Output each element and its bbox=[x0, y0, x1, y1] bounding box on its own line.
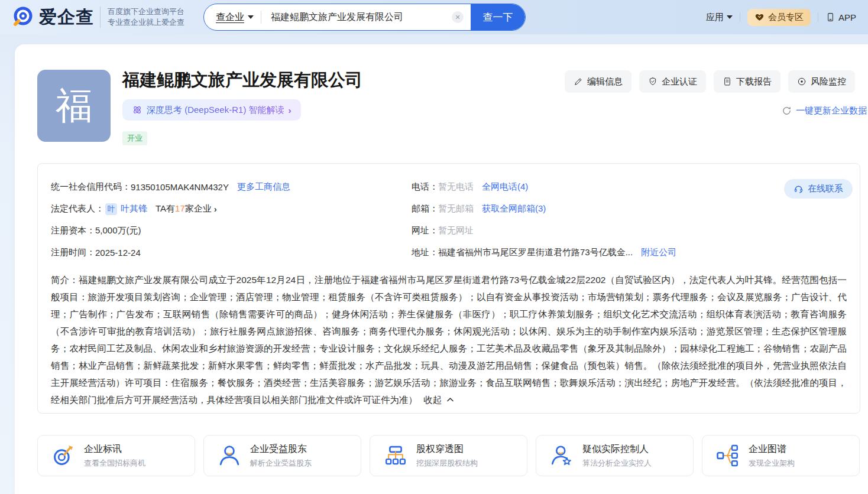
company-cert-button[interactable]: 企业认证 bbox=[639, 70, 706, 93]
ai-interpret-badge[interactable]: 深度思考 (DeepSeek-R1) 智能解读 bbox=[122, 99, 301, 121]
vip-heart-icon bbox=[754, 12, 765, 22]
vip-zone-label: 会员专区 bbox=[768, 12, 804, 23]
phone-row: 电话： 暂无电话 全网电话(4) bbox=[412, 176, 847, 198]
company-intro: 简介：福建鲲鹏文旅产业发展有限公司成立于2025年12月24日，注册地位于福建省… bbox=[51, 271, 847, 408]
report-document-icon bbox=[723, 77, 732, 86]
company-cert-label: 企业认证 bbox=[662, 76, 697, 87]
header-nav: 应用 会员专区 APP bbox=[706, 9, 860, 26]
search-divider bbox=[261, 11, 261, 24]
apps-menu[interactable]: 应用 bbox=[706, 12, 733, 23]
business-status-badge: 开业 bbox=[122, 131, 147, 145]
search-bar: 查企业 查一下 bbox=[203, 4, 526, 31]
legal-rep-row: 法定代表人： 叶 叶其锋 TA有17家企业 bbox=[51, 198, 412, 220]
feature-title: 企业标讯 bbox=[84, 443, 145, 455]
info-panel: 统一社会信用代码： 91350105MAK4NM432Y 更多工商信息 法定代表… bbox=[37, 163, 860, 414]
app-label: APP bbox=[838, 12, 856, 22]
email-row: 邮箱： 暂无邮箱 获取全网邮箱(3) bbox=[412, 198, 847, 220]
company-avatar: 福 bbox=[37, 70, 111, 142]
aiqicha-logo-icon bbox=[11, 5, 34, 29]
phone-label: 电话： bbox=[412, 181, 438, 193]
all-net-phone-link[interactable]: 全网电话(4) bbox=[482, 181, 528, 193]
edit-info-button[interactable]: 编辑信息 bbox=[565, 70, 631, 93]
logo-text: 爱企查 bbox=[39, 5, 94, 30]
credit-code-row: 统一社会信用代码： 91350105MAK4NM432Y 更多工商信息 bbox=[51, 176, 412, 198]
legal-rep-label: 法定代表人： bbox=[51, 203, 104, 214]
capital-label: 注册资本： bbox=[51, 225, 95, 236]
tagline-line1: 百度旗下企业查询平台 bbox=[108, 6, 184, 17]
download-report-button[interactable]: 下载报告 bbox=[714, 70, 780, 93]
feature-subtitle: 解析企业受益股东 bbox=[250, 458, 312, 469]
feature-title: 股权穿透图 bbox=[416, 443, 478, 455]
monitor-eye-icon bbox=[797, 77, 807, 86]
feature-card-beneficial-shareholder[interactable]: 企业受益股东 解析企业受益股东 bbox=[203, 435, 361, 476]
nearby-companies-link[interactable]: 附近公司 bbox=[641, 247, 676, 258]
company-header: 福 福建鲲鹏文旅产业发展有限公司 深度思考 (DeepSeek-R1) 智能解读… bbox=[15, 44, 868, 145]
pencil-icon bbox=[574, 77, 583, 86]
more-business-info-link[interactable]: 更多工商信息 bbox=[237, 181, 290, 193]
tender-target-icon bbox=[51, 443, 76, 468]
chevron-right-icon bbox=[214, 204, 217, 213]
collapse-label: 收起 bbox=[423, 395, 442, 405]
app-button[interactable]: APP bbox=[825, 12, 856, 22]
online-contact-button[interactable]: 在线联系 bbox=[784, 179, 853, 199]
feature-subtitle: 挖掘深层股权结构 bbox=[416, 458, 478, 469]
feature-cards: 企业标讯 查看全国招标商机 企业受益股东 解析企业受益股东 bbox=[37, 435, 868, 476]
reg-date-label: 注册时间： bbox=[51, 247, 95, 258]
feature-card-company-graph[interactable]: 企业图谱 发现企业架构 bbox=[702, 435, 860, 476]
apps-menu-label: 应用 bbox=[706, 12, 724, 23]
reg-date-row: 注册时间： 2025-12-24 bbox=[51, 242, 412, 264]
ta-prefix: TA有 bbox=[156, 203, 175, 213]
feature-card-equity-penetration[interactable]: 股权穿透图 挖掘深层股权结构 bbox=[370, 435, 527, 476]
risk-monitor-button[interactable]: 风险监控 bbox=[788, 70, 855, 93]
company-graph-icon bbox=[715, 443, 740, 468]
logo-tagline: 百度旗下企业查询平台 专业查企业就上爱企查 bbox=[100, 6, 184, 28]
chevron-down-icon bbox=[727, 15, 733, 19]
download-report-label: 下载报告 bbox=[736, 76, 772, 87]
risk-monitor-label: 风险监控 bbox=[811, 76, 846, 87]
phone-empty-value: 暂无电话 bbox=[438, 181, 474, 193]
credit-code-value: 91350105MAK4NM432Y bbox=[131, 182, 229, 192]
feature-title: 疑似实际控制人 bbox=[582, 443, 652, 455]
update-data-link[interactable]: 一键更新企业数据 bbox=[782, 105, 867, 116]
search-category-label: 查企业 bbox=[216, 11, 244, 24]
beneficial-shareholder-icon bbox=[217, 443, 242, 468]
address-value: 福建省福州市马尾区罗星街道君竹路73号亿载金... bbox=[438, 247, 633, 258]
aiqicha-logo[interactable]: 爱企查 百度旗下企业查询平台 专业查企业就上爱企查 bbox=[11, 5, 184, 30]
all-net-email-link[interactable]: 获取全网邮箱(3) bbox=[482, 203, 546, 214]
clear-icon[interactable] bbox=[452, 11, 464, 23]
phone-icon bbox=[825, 12, 835, 22]
update-data-label: 一键更新企业数据 bbox=[796, 105, 867, 116]
ai-atom-icon bbox=[132, 105, 142, 115]
vip-zone-button[interactable]: 会员专区 bbox=[747, 9, 811, 26]
website-label: 网址： bbox=[412, 225, 438, 236]
feature-subtitle: 算法分析企业实控人 bbox=[582, 458, 652, 469]
collapse-link[interactable]: 收起 bbox=[423, 395, 454, 405]
legal-rep-avatar: 叶 bbox=[105, 203, 117, 215]
refresh-icon bbox=[782, 106, 792, 116]
chevron-right-icon bbox=[289, 106, 292, 115]
feature-card-actual-controller[interactable]: 疑似实际控制人 算法分析企业实控人 bbox=[536, 435, 694, 476]
feature-title: 企业图谱 bbox=[749, 443, 795, 455]
email-empty-value: 暂无邮箱 bbox=[438, 203, 474, 214]
company-avatar-char: 福 bbox=[56, 81, 92, 131]
search-button[interactable]: 查一下 bbox=[471, 4, 525, 31]
ai-interpret-label: 深度思考 (DeepSeek-R1) 智能解读 bbox=[147, 105, 284, 116]
search-input[interactable] bbox=[270, 11, 449, 23]
search-category-dropdown[interactable]: 查企业 bbox=[216, 11, 254, 24]
capital-value: 5,000万(元) bbox=[95, 225, 141, 236]
main-card: 福 福建鲲鹏文旅产业发展有限公司 深度思考 (DeepSeek-R1) 智能解读… bbox=[15, 44, 868, 494]
address-row: 地址： 福建省福州市马尾区罗星街道君竹路73号亿载金... 附近公司 bbox=[412, 242, 847, 264]
feature-subtitle: 查看全国招标商机 bbox=[84, 458, 145, 469]
edit-info-label: 编辑信息 bbox=[587, 76, 623, 87]
feature-card-tender[interactable]: 企业标讯 查看全国招标商机 bbox=[37, 435, 195, 476]
headset-icon bbox=[793, 184, 804, 194]
legal-rep-name-link[interactable]: 叶其锋 bbox=[121, 203, 147, 214]
email-label: 邮箱： bbox=[412, 203, 438, 214]
equity-penetration-icon bbox=[383, 443, 408, 468]
nav-divider bbox=[818, 12, 818, 22]
company-intro-text: 简介：福建鲲鹏文旅产业发展有限公司成立于2025年12月24日，注册地位于福建省… bbox=[51, 275, 847, 405]
action-buttons: 编辑信息 企业认证 下载报告 bbox=[565, 70, 855, 93]
credit-code-label: 统一社会信用代码： bbox=[51, 181, 131, 193]
shield-check-icon bbox=[648, 77, 658, 86]
ta-companies-link[interactable]: TA有17家企业 bbox=[156, 203, 212, 214]
